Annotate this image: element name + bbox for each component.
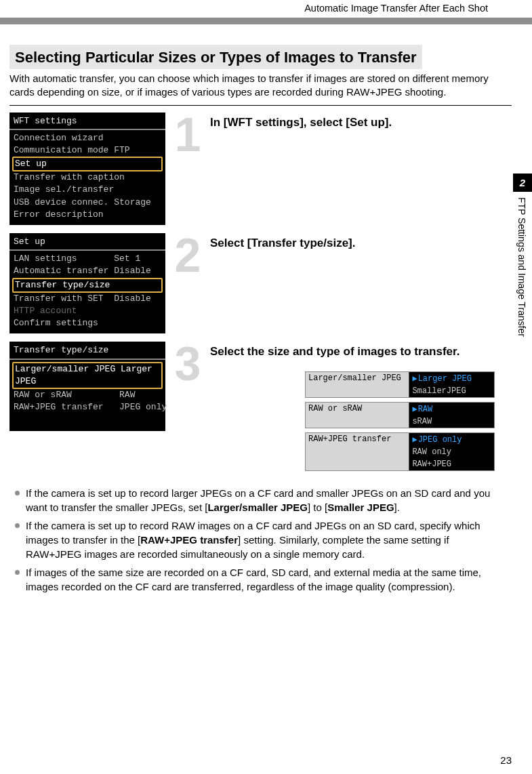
header-bar <box>0 18 532 24</box>
popout-option: RAW+JPEG <box>409 458 494 470</box>
lcd-row: Communication mode FTP <box>9 144 165 157</box>
bullet-item: If images of the same size are recorded … <box>14 565 508 594</box>
lcd-row: Error description <box>9 209 165 221</box>
step-number-3: 3 <box>171 344 205 385</box>
popout-option: RAW only <box>409 446 494 458</box>
lcd-screenshot-3: Transfer type/size Larger/smaller JPEG L… <box>9 342 165 431</box>
section-title: Selecting Particular Sizes or Types of I… <box>15 49 417 66</box>
popout-label: Larger/smaller JPEG <box>306 372 409 397</box>
popout-raw-sraw: RAW or sRAW ▶RAW sRAW <box>305 402 495 428</box>
side-tab-label: FTP Settings and Image Transfer <box>513 192 531 354</box>
lcd-row-selected: Larger/smaller JPEG Larger JPEG <box>12 362 163 389</box>
triangle-icon: ▶ <box>412 373 417 384</box>
chapter-title: Automatic Image Transfer After Each Shot <box>27 3 505 14</box>
lcd-title: Set up <box>9 236 165 251</box>
option-popouts: Larger/smaller JPEG ▶Larger JPEG Smaller… <box>305 371 512 471</box>
page-number: 23 <box>500 754 512 766</box>
bullet-text: ] to [ <box>308 502 327 513</box>
step-3: Transfer type/size Larger/smaller JPEG L… <box>9 342 512 478</box>
lcd-row: LAN settings Set 1 <box>9 253 165 265</box>
step-text-1: In [WFT settings], select [Set up]. <box>210 113 392 130</box>
lcd-row: RAW or sRAW RAW <box>9 389 165 401</box>
lcd-row-disabled: HTTP account <box>9 305 165 317</box>
lcd-screenshot-1: WFT settings Connection wizard Communica… <box>9 113 165 226</box>
bullet-text: If images of the same size are recorded … <box>26 567 481 592</box>
popout-label: RAW+JPEG transfer <box>306 433 409 470</box>
intro-text: With automatic transfer, you can choose … <box>9 72 512 100</box>
divider <box>9 105 512 106</box>
bullet-bold: RAW+JPEG transfer <box>140 534 238 546</box>
lcd-title: Transfer type/size <box>9 344 165 359</box>
popout-selected: JPEG only <box>418 435 462 445</box>
triangle-icon: ▶ <box>412 404 417 414</box>
bullet-item: If the camera is set up to record RAW im… <box>14 518 508 561</box>
lcd-row-selected: Transfer type/size <box>12 278 163 293</box>
step-number-1: 1 <box>171 115 205 156</box>
popout-option: sRAW <box>409 415 494 428</box>
bullet-bold: Larger/smaller JPEG <box>207 502 308 513</box>
popout-raw-jpeg: RAW+JPEG transfer ▶JPEG only RAW only RA… <box>305 432 495 471</box>
lcd-row: Transfer with caption <box>9 171 165 184</box>
side-tab-number: 2 <box>513 174 532 192</box>
lcd-row: USB device connec. Storage <box>9 197 165 209</box>
popout-selected: RAW <box>418 405 433 414</box>
step-1: WFT settings Connection wizard Communica… <box>9 113 512 226</box>
lcd-row-selected: Set up <box>12 157 163 171</box>
popout-option: SmallerJPEG <box>409 385 494 397</box>
lcd-row: Transfer with SET Disable <box>9 293 165 305</box>
popout-larger-smaller: Larger/smaller JPEG ▶Larger JPEG Smaller… <box>305 371 495 398</box>
lcd-screenshot-2: Set up LAN settings Set 1 Automatic tran… <box>9 233 165 333</box>
lcd-row: Confirm settings <box>9 317 165 329</box>
popout-selected: Larger JPEG <box>418 374 472 384</box>
section-title-box: Selecting Particular Sizes or Types of I… <box>9 45 422 69</box>
lcd-row: Automatic transfer Disable <box>9 265 165 277</box>
lcd-row: RAW+JPEG transfer JPEG only <box>9 401 165 413</box>
bullet-text: ]. <box>394 502 400 513</box>
step-text-2: Select [Transfer type/size]. <box>210 233 355 251</box>
lcd-row: Connection wizard <box>9 132 165 144</box>
bullet-bold: Smaller JPEG <box>327 502 394 513</box>
triangle-icon: ▶ <box>412 434 417 445</box>
step-text-3: Select the size and type of images to tr… <box>210 342 512 359</box>
step-2: Set up LAN settings Set 1 Automatic tran… <box>9 233 512 333</box>
bullet-item: If the camera is set up to record larger… <box>14 486 508 514</box>
bullet-list: If the camera is set up to record larger… <box>14 486 508 594</box>
popout-label: RAW or sRAW <box>306 403 409 428</box>
lcd-row: Image sel./transfer <box>9 184 165 196</box>
lcd-title: WFT settings <box>9 115 165 130</box>
side-tab: 2 FTP Settings and Image Transfer <box>513 174 532 354</box>
step-number-2: 2 <box>171 236 205 277</box>
